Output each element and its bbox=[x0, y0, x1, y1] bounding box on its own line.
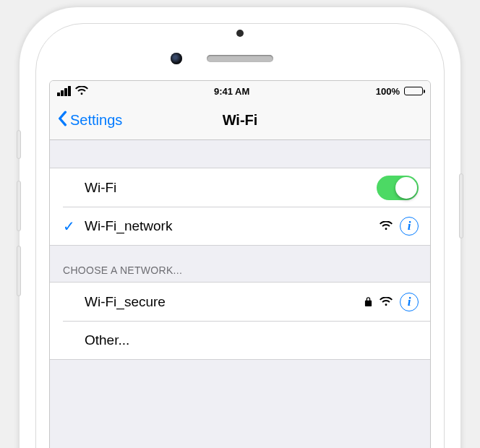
front-camera bbox=[171, 53, 182, 64]
volume-up-button bbox=[17, 181, 21, 231]
battery-icon bbox=[404, 87, 423, 95]
status-time: 9:41 AM bbox=[214, 86, 249, 97]
cellular-signal-icon bbox=[57, 86, 71, 96]
phone-frame: 9:41 AM 100% Settings Wi-Fi bbox=[20, 7, 460, 448]
info-icon[interactable]: i bbox=[400, 293, 419, 311]
connected-network-row[interactable]: ✓ Wi-Fi_network i bbox=[50, 207, 430, 246]
other-network-row[interactable]: Other... bbox=[50, 321, 430, 360]
wifi-toggle-label: Wi-Fi bbox=[85, 180, 377, 196]
available-network-row[interactable]: Wi-Fi_secure i bbox=[50, 282, 430, 321]
wifi-signal-icon bbox=[380, 221, 393, 231]
status-bar: 9:41 AM 100% bbox=[50, 81, 430, 101]
screen: 9:41 AM 100% Settings Wi-Fi bbox=[49, 80, 431, 448]
wifi-toggle[interactable] bbox=[377, 176, 419, 200]
back-label: Settings bbox=[70, 112, 122, 129]
info-icon[interactable]: i bbox=[400, 217, 419, 236]
power-button bbox=[459, 173, 463, 238]
mute-switch bbox=[17, 130, 21, 159]
other-network-label: Other... bbox=[85, 332, 419, 348]
wifi-signal-icon bbox=[380, 297, 393, 307]
earpiece-speaker bbox=[207, 55, 273, 62]
connected-network-name: Wi-Fi_network bbox=[85, 218, 380, 234]
wifi-toggle-row: Wi-Fi bbox=[50, 168, 430, 207]
sensor-bar bbox=[49, 37, 431, 80]
proximity-sensor bbox=[236, 30, 244, 37]
nav-bar: Settings Wi-Fi bbox=[50, 101, 430, 140]
back-button[interactable]: Settings bbox=[57, 111, 122, 130]
chevron-left-icon bbox=[57, 111, 67, 130]
available-network-name: Wi-Fi_secure bbox=[85, 294, 364, 310]
lock-icon bbox=[364, 296, 372, 307]
checkmark-icon: ✓ bbox=[63, 217, 75, 235]
wifi-status-icon bbox=[75, 86, 88, 96]
battery-percentage: 100% bbox=[376, 86, 400, 97]
choose-network-header: CHOOSE A NETWORK... bbox=[50, 246, 430, 282]
volume-down-button bbox=[17, 246, 21, 296]
